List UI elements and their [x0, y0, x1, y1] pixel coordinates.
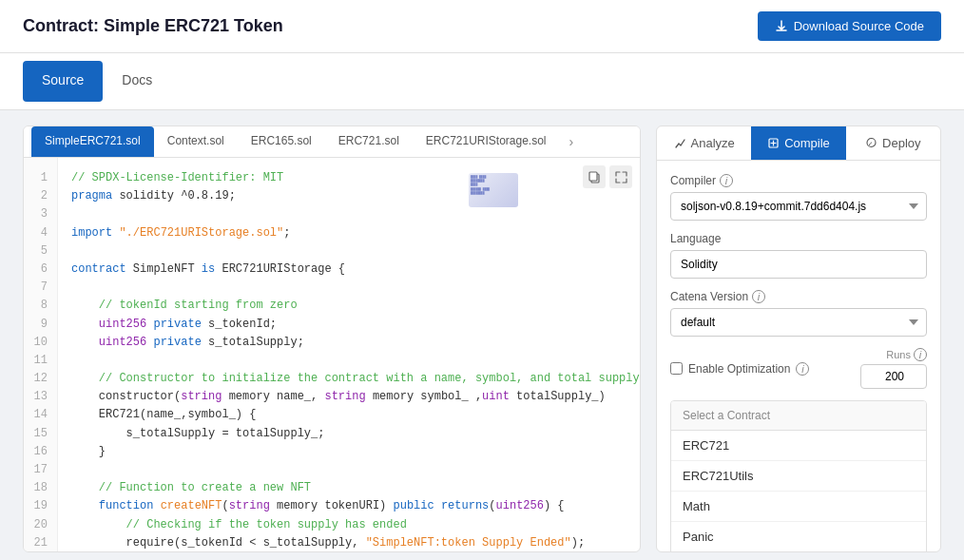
top-tabs: Source Docs: [0, 53, 964, 110]
catena-version-info-icon: i: [752, 290, 765, 303]
download-label: Download Source Code: [794, 19, 924, 33]
tab-analyze[interactable]: Analyze: [657, 126, 751, 160]
line-numbers: 1234567891011121314151617181920212223: [24, 158, 58, 551]
optimization-checkbox[interactable]: [670, 362, 683, 375]
language-input[interactable]: [670, 250, 927, 279]
tab-source[interactable]: Source: [23, 61, 103, 102]
compiler-label: Compiler i: [670, 174, 927, 187]
catena-version-select[interactable]: default: [670, 308, 927, 337]
file-tab-erc165[interactable]: ERC165.sol: [238, 126, 325, 157]
download-icon: [775, 20, 788, 33]
catena-version-label: Catena Version i: [670, 290, 927, 303]
contract-item-erc721[interactable]: ERC721: [671, 431, 926, 461]
analyze-label: Analyze: [691, 136, 735, 150]
contract-item-panic[interactable]: Panic: [671, 522, 926, 551]
file-tab-context[interactable]: Context.sol: [154, 126, 238, 157]
header: Contract: Simple ERC721 Token Download S…: [0, 0, 964, 53]
contract-item-math[interactable]: Math: [671, 492, 926, 522]
language-label: Language: [670, 232, 927, 245]
compiler-panel: Analyze Compile Deploy: [656, 126, 941, 552]
copy-icon: [588, 171, 601, 183]
runs-info-icon: i: [914, 348, 927, 361]
contract-dropdown-header: Select a Contract: [671, 401, 926, 431]
compiler-action-tabs: Analyze Compile Deploy: [657, 126, 940, 161]
compiler-select[interactable]: soljson-v0.8.19+commit.7dd6d404.js: [670, 192, 927, 221]
file-tab-simpleerc721[interactable]: SimpleERC721.sol: [31, 126, 154, 157]
analyze-icon: [674, 137, 686, 149]
language-group: Language: [670, 232, 927, 279]
copy-code-button[interactable]: [583, 165, 606, 188]
code-toolbar: ████ ██████████████████████ ████████████: [526, 165, 632, 200]
runs-group: Runs i: [860, 348, 927, 389]
compiler-info-icon: i: [720, 174, 733, 187]
file-tab-erc721[interactable]: ERC721.sol: [325, 126, 413, 157]
expand-code-button[interactable]: [609, 165, 632, 188]
optimization-info-icon: i: [796, 362, 809, 376]
compile-icon: [767, 137, 780, 149]
main-content: SimpleERC721.sol Context.sol ERC165.sol …: [0, 110, 964, 560]
editor-panel: SimpleERC721.sol Context.sol ERC165.sol …: [23, 126, 641, 552]
deploy-icon: [865, 137, 877, 149]
expand-icon: [615, 171, 627, 183]
deploy-label: Deploy: [882, 136, 920, 150]
code-editor[interactable]: 1234567891011121314151617181920212223 //…: [24, 158, 640, 551]
catena-version-group: Catena Version i default: [670, 290, 927, 337]
compiler-form: Compiler i soljson-v0.8.19+commit.7dd6d4…: [657, 161, 940, 551]
runs-label: Runs i: [886, 348, 927, 361]
file-tabs-bar: SimpleERC721.sol Context.sol ERC165.sol …: [24, 126, 640, 158]
optimization-row: Enable Optimization i Runs i: [670, 348, 927, 389]
contract-item-erc721utils[interactable]: ERC721Utils: [671, 461, 926, 492]
page-title: Contract: Simple ERC721 Token: [23, 16, 283, 36]
contract-dropdown: Select a Contract ERC721 ERC721Utils Mat…: [670, 400, 927, 551]
tab-deploy[interactable]: Deploy: [846, 126, 940, 160]
tab-docs[interactable]: Docs: [103, 53, 171, 109]
more-tabs-button[interactable]: ›: [560, 126, 584, 157]
compiler-version-group: Compiler i soljson-v0.8.19+commit.7dd6d4…: [670, 174, 927, 221]
code-preview-thumbnail: ████ ██████████████████████ ████████████: [469, 173, 518, 207]
tab-compile[interactable]: Compile: [751, 126, 845, 160]
download-source-button[interactable]: Download Source Code: [758, 11, 941, 41]
file-tab-erc721uristorage[interactable]: ERC721URIStorage.sol: [413, 126, 560, 157]
svg-rect-1: [589, 172, 597, 181]
code-text: // SPDX-License-Identifier: MIT pragma s…: [58, 158, 640, 551]
contract-list: ERC721 ERC721Utils Math Panic SafeCast S…: [671, 431, 926, 551]
runs-input[interactable]: [860, 364, 927, 389]
compile-label: Compile: [784, 136, 830, 150]
optimization-label[interactable]: Enable Optimization i: [670, 362, 809, 376]
